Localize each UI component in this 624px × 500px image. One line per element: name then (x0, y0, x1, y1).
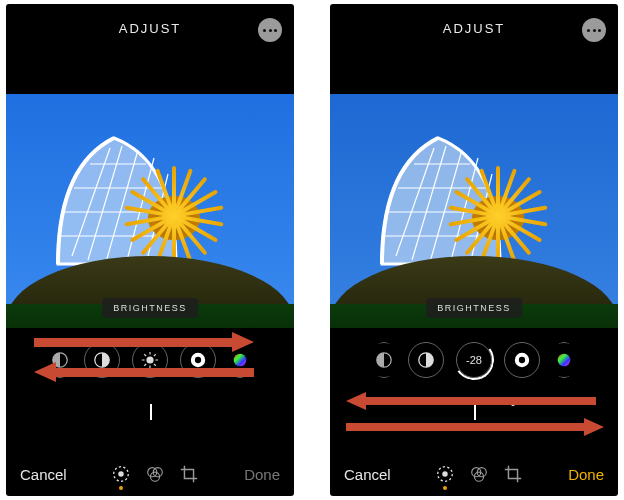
filters-mode-tab[interactable] (469, 464, 489, 484)
crop-mode-tab[interactable] (503, 464, 523, 484)
photo-editor-screen-before: ADJUST BRIGHTNESS Cancel (6, 4, 294, 496)
svg-marker-26 (34, 362, 56, 382)
active-mode-indicator (443, 486, 447, 490)
brightness-value: -28 (466, 354, 482, 366)
cancel-button[interactable]: Cancel (20, 466, 67, 483)
slider-ticks (6, 412, 294, 434)
svg-point-44 (519, 357, 525, 363)
adjustment-slider[interactable] (6, 392, 294, 444)
editor-bottom-bar: Cancel Done (6, 452, 294, 496)
active-mode-indicator (119, 486, 123, 490)
header-title: ADJUST (119, 21, 182, 36)
shadows-tool[interactable] (372, 342, 396, 378)
annotation-arrow-left (34, 362, 254, 382)
header-title: ADJUST (443, 21, 506, 36)
editor-bottom-bar: Cancel Done (330, 452, 618, 496)
svg-rect-23 (34, 338, 234, 347)
svg-line-16 (144, 354, 146, 356)
svg-line-19 (154, 354, 156, 356)
cancel-button[interactable]: Cancel (344, 466, 391, 483)
svg-point-51 (443, 471, 448, 476)
black-point-tool[interactable] (504, 342, 540, 378)
edit-mode-tabs (435, 464, 523, 484)
photo-editor-screen-after: ADJUST BRIGHTNESS -28 Cancel (330, 4, 618, 496)
svg-point-28 (119, 471, 124, 476)
more-options-button[interactable] (258, 18, 282, 42)
annotation-arrow-left (346, 392, 596, 410)
annotation-arrow-right (346, 418, 604, 436)
adjust-mode-tab[interactable] (111, 464, 131, 484)
adjustment-tools-row[interactable]: -28 (330, 328, 618, 392)
crop-mode-tab[interactable] (179, 464, 199, 484)
brightness-tool-active[interactable]: -28 (456, 342, 492, 378)
photo-preview: BRIGHTNESS (6, 94, 294, 328)
more-options-button[interactable] (582, 18, 606, 42)
adjust-mode-tab[interactable] (435, 464, 455, 484)
adjustment-slider[interactable] (330, 392, 618, 444)
svg-marker-24 (232, 332, 254, 352)
adjustment-name-label: BRIGHTNESS (102, 298, 198, 318)
filters-mode-tab[interactable] (145, 464, 165, 484)
adjustment-tools-row[interactable] (6, 328, 294, 392)
photo-preview: BRIGHTNESS (330, 94, 618, 328)
svg-rect-25 (54, 368, 254, 377)
done-button[interactable]: Done (244, 466, 280, 483)
editor-header: ADJUST (6, 4, 294, 52)
editor-header: ADJUST (330, 4, 618, 52)
svg-marker-47 (346, 392, 366, 410)
svg-rect-46 (364, 397, 596, 405)
svg-rect-48 (346, 423, 586, 431)
saturation-tool[interactable] (552, 342, 576, 378)
adjustment-name-label: BRIGHTNESS (426, 298, 522, 318)
annotation-arrow-right (34, 332, 254, 352)
edit-mode-tabs (111, 464, 199, 484)
svg-marker-49 (584, 418, 604, 436)
done-button[interactable]: Done (568, 466, 604, 483)
contrast-tool[interactable] (408, 342, 444, 378)
